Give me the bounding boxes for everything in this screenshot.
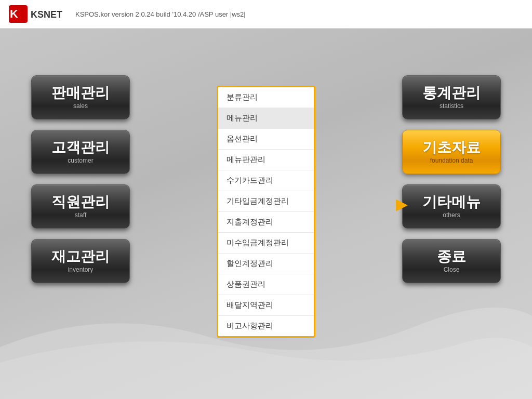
foundation-english: foundation data bbox=[430, 157, 473, 164]
menu-item-expense[interactable]: 지출계정관리 bbox=[218, 212, 314, 233]
customer-button[interactable]: 고객관리 customer bbox=[31, 130, 130, 174]
customer-korean: 고객관리 bbox=[51, 140, 110, 156]
inventory-english: inventory bbox=[68, 266, 94, 273]
right-panel: 통계관리 statistics 기초자료 foundation data 기타메… bbox=[402, 75, 501, 283]
inventory-korean: 재고관리 bbox=[51, 249, 110, 265]
staff-button[interactable]: 직원관리 staff bbox=[31, 184, 130, 229]
menu-item-remarks[interactable]: 비고사항관리 bbox=[218, 316, 314, 336]
customer-english: customer bbox=[68, 157, 93, 164]
statistics-english: statistics bbox=[440, 102, 463, 110]
menu-item-delivery[interactable]: 배달지역관리 bbox=[218, 295, 314, 316]
menu-item-gift[interactable]: 상품권관리 bbox=[218, 274, 314, 295]
menu-item-manual-card[interactable]: 수기카드관리 bbox=[218, 170, 314, 191]
close-korean: 종료 bbox=[437, 249, 466, 265]
menu-item-receivable[interactable]: 미수입금계정관리 bbox=[218, 233, 314, 254]
foundation-button[interactable]: 기초자료 foundation data bbox=[402, 130, 501, 174]
inventory-button[interactable]: 재고관리 inventory bbox=[31, 239, 130, 283]
main-content: 판매관리 sales 고객관리 customer 직원관리 staff 재고관리… bbox=[0, 29, 532, 399]
sales-english: sales bbox=[73, 102, 88, 110]
foundation-korean: 기초자료 bbox=[422, 140, 481, 156]
statistics-button[interactable]: 통계관리 statistics bbox=[402, 75, 501, 119]
staff-korean: 직원관리 bbox=[51, 194, 110, 210]
svg-text:KSNET: KSNET bbox=[31, 9, 62, 20]
left-panel: 판매관리 sales 고객관리 customer 직원관리 staff 재고관리… bbox=[31, 75, 130, 283]
others-korean: 기타메뉴 bbox=[422, 194, 481, 210]
center-menu-panel: 분류관리 메뉴관리 옵션관리 메뉴판관리 수기카드관리 기타입금계정관리 지출계… bbox=[217, 86, 315, 338]
logo: K KSNET bbox=[8, 4, 65, 24]
sales-button[interactable]: 판매관리 sales bbox=[31, 75, 130, 119]
menu-item-classification[interactable]: 분류관리 bbox=[218, 87, 314, 108]
menu-item-other-deposit[interactable]: 기타입금계정관리 bbox=[218, 191, 314, 212]
arrow-icon: ▶ bbox=[396, 195, 408, 213]
menu-item-options[interactable]: 옵션관리 bbox=[218, 129, 314, 150]
header-title: KSPOS.kor version 2.0.24 build '10.4.20 … bbox=[75, 10, 246, 18]
svg-text:K: K bbox=[10, 7, 18, 20]
close-button[interactable]: 종료 Close bbox=[402, 239, 501, 283]
menu-item-menu[interactable]: 메뉴관리 bbox=[218, 108, 314, 129]
logo-image: K KSNET bbox=[8, 4, 65, 24]
menu-item-menuboard[interactable]: 메뉴판관리 bbox=[218, 150, 314, 170]
close-english: Close bbox=[444, 266, 460, 273]
sales-korean: 판매관리 bbox=[51, 85, 110, 101]
staff-english: staff bbox=[75, 211, 86, 219]
menu-item-discount[interactable]: 할인계정관리 bbox=[218, 254, 314, 274]
header: K KSNET KSPOS.kor version 2.0.24 build '… bbox=[0, 0, 532, 29]
others-english: others bbox=[443, 211, 460, 219]
others-button[interactable]: 기타메뉴 others bbox=[402, 184, 501, 229]
statistics-korean: 통계관리 bbox=[422, 85, 481, 101]
